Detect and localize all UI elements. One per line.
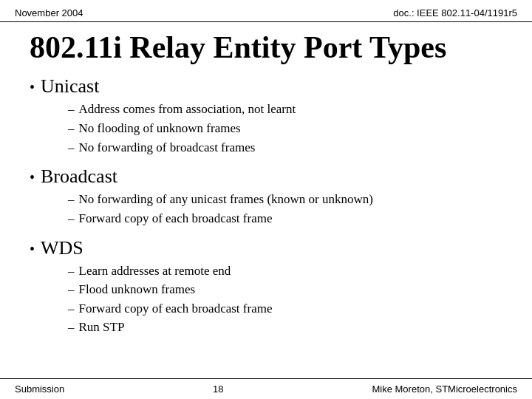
dash-icon: –: [68, 318, 75, 337]
list-item: –Learn addresses at remote end: [68, 262, 502, 281]
dash-icon: –: [68, 262, 75, 281]
sub-bullet-text: No forwarding of broadcast frames: [79, 139, 256, 157]
dash-icon: –: [68, 100, 75, 119]
bullet-label: Broadcast: [41, 166, 117, 188]
bullet-main: •Unicast: [30, 75, 502, 98]
sub-bullet-text: Run STP: [79, 318, 125, 337]
slide-title: 802.11i Relay Entity Port Types: [30, 30, 502, 65]
slide-footer: Submission 18 Mike Moreton, STMicroelect…: [0, 378, 532, 399]
bullet-main: •WDS: [30, 237, 502, 259]
list-item: –Forward copy of each broadcast frame: [68, 300, 502, 318]
dash-icon: –: [68, 191, 75, 209]
dash-icon: –: [68, 120, 75, 138]
list-item: –Flood unknown frames: [68, 281, 502, 299]
footer-left: Submission: [15, 383, 64, 395]
footer-center: 18: [213, 383, 223, 395]
bullet-dot-icon: •: [30, 80, 35, 95]
footer-right: Mike Moreton, STMicroelectronics: [372, 383, 517, 395]
list-item: –No forwarding of broadcast frames: [68, 139, 502, 157]
bullet-label: Unicast: [41, 75, 99, 98]
bullet-section: •Broadcast–No forwarding of any unicast …: [30, 166, 502, 228]
sub-bullets: –No forwarding of any unicast frames (kn…: [68, 191, 502, 228]
content-area: 802.11i Relay Entity Port Types •Unicast…: [0, 22, 532, 378]
list-item: –Run STP: [68, 318, 502, 337]
bullet-section: •WDS–Learn addresses at remote end–Flood…: [30, 237, 502, 338]
sub-bullet-text: Address comes from association, not lear…: [79, 100, 296, 119]
bullet-dot-icon: •: [30, 170, 35, 185]
sub-bullet-text: Flood unknown frames: [79, 281, 196, 299]
bullet-section: •Unicast–Address comes from association,…: [30, 75, 502, 157]
slide-header: November 2004 doc.: IEEE 802.11-04/1191r…: [0, 0, 532, 22]
header-doc: doc.: IEEE 802.11-04/1191r5: [393, 7, 517, 18]
bullet-dot-icon: •: [30, 242, 35, 256]
sub-bullets: –Learn addresses at remote end–Flood unk…: [68, 262, 502, 338]
sub-bullet-text: Forward copy of each broadcast frame: [79, 210, 273, 228]
list-item: –Forward copy of each broadcast frame: [68, 210, 502, 228]
dash-icon: –: [68, 300, 75, 318]
sub-bullet-text: Forward copy of each broadcast frame: [79, 300, 273, 318]
header-date: November 2004: [15, 7, 83, 18]
sub-bullets: –Address comes from association, not lea…: [68, 100, 502, 157]
dash-icon: –: [68, 139, 75, 157]
dash-icon: –: [68, 281, 75, 299]
bullet-label: WDS: [41, 237, 83, 259]
dash-icon: –: [68, 210, 75, 228]
list-item: –No flooding of unknown frames: [68, 120, 502, 138]
sub-bullet-text: No flooding of unknown frames: [79, 120, 241, 138]
list-item: –No forwarding of any unicast frames (kn…: [68, 191, 502, 209]
sub-bullet-text: Learn addresses at remote end: [79, 262, 231, 281]
bullets-container: •Unicast–Address comes from association,…: [30, 75, 502, 346]
slide: November 2004 doc.: IEEE 802.11-04/1191r…: [0, 0, 532, 399]
sub-bullet-text: No forwarding of any unicast frames (kno…: [79, 191, 373, 209]
list-item: –Address comes from association, not lea…: [68, 100, 502, 119]
bullet-main: •Broadcast: [30, 166, 502, 188]
